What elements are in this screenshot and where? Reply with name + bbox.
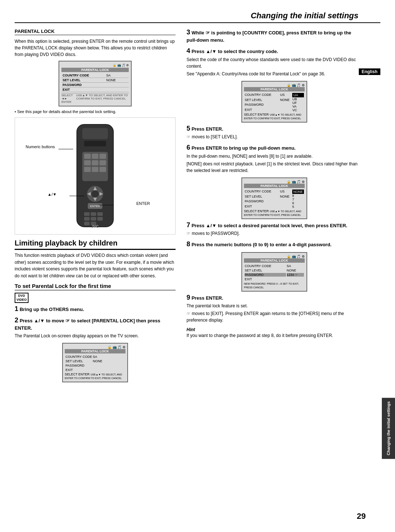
screen-footer-step4: SELECT ENTER USE▲▼ TO SELECT, AND ENTER …	[244, 113, 305, 120]
step-1-text: Bring up the OTHERS menu.	[20, 307, 84, 312]
svg-rect-4	[84, 154, 91, 159]
step-3: 3 While ☞ is pointing to [COUNTRY CODE],…	[187, 29, 362, 44]
screen-mock-1: 🔒 📺 🎵 ⚙ PARENTAL LOCK COUNTRY CODESA SET…	[59, 61, 132, 106]
svg-rect-25	[91, 217, 96, 221]
step-4-body2: See "Appendix A: Country/Area code list …	[187, 71, 362, 77]
step-4-body1: Select the code of the country whose sta…	[187, 56, 362, 70]
step-6-text: Press ENTER to bring up the pull-down me…	[192, 145, 296, 151]
step-5: 5 Press ENTER. ☞ moves to [SET LEVEL].	[187, 125, 362, 141]
dvd-badge: DVDVIDEO	[15, 293, 29, 303]
step-9: 9 Press ENTER. The parental lock feature…	[187, 294, 362, 324]
step-6-body2: [NONE] does not restrict playback. Level…	[187, 161, 362, 174]
screen-header-1: PARENTAL LOCK	[61, 68, 129, 72]
svg-rect-6	[99, 154, 106, 159]
screen-table-step8: COUNTRY CODESA SET LEVELNONE PASSWORD123…	[244, 263, 305, 282]
screen-icons-step8: 🔒 📺 🎵 ⚙	[244, 255, 305, 258]
screen-header-step2: PARENTAL LOCK	[65, 349, 125, 353]
step-2-body: The Parental Lock on-screen display appe…	[15, 333, 176, 339]
step-5-number: 5	[187, 125, 190, 132]
svg-rect-24	[84, 217, 90, 221]
screen-mock-step6: 🔒 📺 🎵 ⚙ PARENTAL LOCK COUNTRY CODEUS NON…	[241, 177, 307, 219]
parental-lock-heading: PARENTAL LOCK	[15, 29, 176, 35]
svg-rect-2	[84, 141, 106, 146]
step-7-number: 7	[187, 221, 190, 229]
step-2-number: 2	[15, 316, 18, 324]
screen-header-step6: PARENTAL LOCK	[244, 184, 305, 188]
step-4-number: 4	[187, 47, 190, 55]
arrow-line	[69, 196, 84, 196]
step-9-body2: ☞ moves to [EXIT]. Pressing ENTER again …	[187, 310, 362, 323]
screen-mock-step2: 🔒 📺 🎵 ⚙ PARENTAL LOCK COUNTRY CODESA SET…	[62, 343, 128, 382]
remote-area: Numeric buttons ▲/▼ ENTER	[15, 117, 176, 235]
remote-wrapper: Numeric buttons ▲/▼ ENTER	[66, 123, 124, 230]
svg-rect-5	[92, 154, 98, 159]
step-8: 8 Press the numeric buttons (0 to 9) to …	[187, 240, 362, 248]
screen-mock-step4: 🔒 📺 🎵 ⚙ PARENTAL LOCK COUNTRY CODEUS UA …	[241, 81, 307, 123]
hint-text: If you want to change the password at st…	[187, 332, 362, 339]
svg-rect-9	[99, 160, 106, 165]
screen-table-step6: COUNTRY CODEUS NONE 8 7 6 5 SET LEVELNON…	[244, 189, 305, 209]
step-2-text: Press ▲/▼ to move ☞ to select [PARENTAL …	[15, 318, 160, 331]
screen-footer-1: SELECT ◄► ENTER USE▲▼ TO SELECT, AND ENT…	[61, 93, 129, 104]
enter-line	[99, 205, 113, 205]
screen-header-step8: PARENTAL LOCK	[244, 258, 305, 263]
svg-rect-10	[84, 167, 91, 172]
numeric-line	[59, 149, 73, 149]
remote-svg: ENTER JVC	[66, 123, 124, 229]
page-title: Changing the initial settings	[15, 11, 380, 23]
bullet-note: • See this page for details about the pa…	[15, 109, 176, 114]
step-8-number: 8	[187, 240, 190, 248]
parental-lock-first-time: To set Parental Lock for the first time	[15, 283, 176, 291]
screen-table-step2: COUNTRY CODESA SET LEVELNONE PASSWORD EX…	[65, 354, 103, 372]
screen-icons-step4: 🔒 📺 🎵 ⚙	[244, 83, 305, 87]
hint-title: Hint	[187, 327, 362, 332]
step-5-body: ☞ moves to [SET LEVEL].	[187, 134, 362, 140]
svg-rect-27	[84, 222, 90, 225]
step-6: 6 Press ENTER to bring up the pull-down …	[187, 144, 362, 174]
screen-icons-1: 🔒 📺 🎵 ⚙	[61, 64, 129, 67]
step-8-text: Press the numeric buttons (0 to 9) to en…	[192, 242, 332, 247]
screen-footer-step6: SELECT ENTER USE▲▼ TO SELECT, AND ENTER …	[244, 209, 305, 217]
screen-table-step4: COUNTRY CODEUS UA UB UF VA VC SET LEVELN…	[244, 92, 305, 113]
enter-label: ENTER	[136, 201, 150, 206]
svg-rect-26	[97, 217, 103, 221]
screen-icons-step6: 🔒 📺 🎵 ⚙	[244, 180, 305, 184]
numeric-buttons-label: Numeric buttons	[26, 145, 55, 149]
step-5-text: Press ENTER.	[192, 126, 223, 132]
svg-rect-12	[99, 167, 106, 172]
svg-rect-1	[82, 128, 108, 139]
page-number: 29	[357, 512, 366, 521]
step-1-number: 1	[15, 305, 18, 312]
step-9-text: Press ENTER.	[192, 295, 223, 301]
screen-icons-step2: 🔒 📺 🎵 ⚙	[65, 345, 125, 349]
main-content: PARENTAL LOCK When this option is select…	[15, 29, 380, 385]
step-3-number: 3	[187, 29, 190, 36]
screen-table-1: COUNTRY CODESA SET LEVELNONE PASSWORD EX…	[61, 73, 129, 92]
step-4-text: Press ▲/▼ to select the country code.	[192, 49, 278, 54]
step-9-body1: The parental lock feature is set.	[187, 303, 362, 309]
svg-rect-8	[92, 160, 98, 165]
limiting-section-body: This function restricts playback of DVD …	[15, 252, 176, 279]
parental-lock-text: When this option is selected, pressing E…	[15, 38, 176, 58]
arrow-label: ▲/▼	[48, 192, 57, 196]
page-container: English Changing the initial settings PA…	[0, 0, 395, 532]
left-column: PARENTAL LOCK When this option is select…	[15, 29, 176, 385]
svg-point-18	[91, 190, 99, 198]
screen-header-step4: PARENTAL LOCK	[244, 87, 305, 91]
step-3-text: While ☞ is pointing to [COUNTRY CODE], p…	[187, 30, 351, 43]
step-1: 1 Bring up the OTHERS menu.	[15, 305, 176, 313]
side-label-text: Changing the initial settings	[386, 401, 391, 455]
step-7: 7 Press ▲/▼ to select a desired parental…	[187, 221, 362, 237]
svg-rect-11	[92, 167, 98, 172]
step-6-number: 6	[187, 144, 190, 151]
step-2: 2 Press ▲/▼ to move ☞ to select [PARENTA…	[15, 316, 176, 339]
screen-footer-step8: NEW PASSWORD: PRESS 0 – 8 SET TO EXIT, P…	[244, 282, 305, 289]
svg-rect-22	[91, 212, 96, 216]
step-7-text: Press ▲/▼ to select a desired parental l…	[192, 223, 347, 228]
step-9-number: 9	[187, 294, 190, 301]
svg-rect-21	[84, 212, 90, 216]
right-column: 3 While ☞ is pointing to [COUNTRY CODE],…	[187, 29, 380, 385]
step-6-body1: In the pull-down menu, [NONE] and levels…	[187, 153, 362, 160]
svg-rect-7	[84, 160, 91, 165]
svg-text:JVC: JVC	[91, 225, 98, 229]
